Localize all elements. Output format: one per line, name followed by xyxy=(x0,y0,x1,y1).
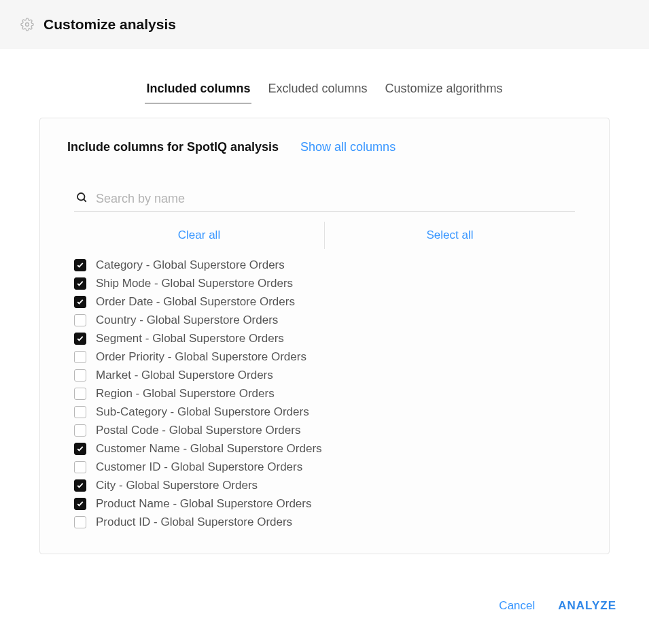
column-item[interactable]: Product ID - Global Superstore Orders xyxy=(74,515,575,529)
checkbox[interactable] xyxy=(74,369,86,382)
checkbox[interactable] xyxy=(74,388,86,400)
page-title: Customize analysis xyxy=(43,16,176,33)
search-icon xyxy=(75,191,88,206)
checkbox[interactable] xyxy=(74,259,86,271)
column-item[interactable]: Ship Mode - Global Superstore Orders xyxy=(74,277,575,290)
column-label: Postal Code - Global Superstore Orders xyxy=(96,424,300,437)
analyze-button[interactable]: ANALYZE xyxy=(558,599,616,613)
column-item[interactable]: Market - Global Superstore Orders xyxy=(74,369,575,382)
column-item[interactable]: Order Priority - Global Superstore Order… xyxy=(74,350,575,364)
column-item[interactable]: City - Global Superstore Orders xyxy=(74,479,575,492)
tab-included-columns[interactable]: Included columns xyxy=(145,78,251,104)
column-label: Ship Mode - Global Superstore Orders xyxy=(96,277,293,290)
column-item[interactable]: Customer ID - Global Superstore Orders xyxy=(74,460,575,474)
checkbox[interactable] xyxy=(74,277,86,290)
column-item[interactable]: Postal Code - Global Superstore Orders xyxy=(74,424,575,437)
columns-panel: Include columns for SpotIQ analysis Show… xyxy=(39,118,610,554)
column-label: Product ID - Global Superstore Orders xyxy=(96,515,292,529)
column-label: Customer Name - Global Superstore Orders xyxy=(96,442,322,456)
panel-title: Include columns for SpotIQ analysis xyxy=(67,140,279,154)
column-label: Sub-Category - Global Superstore Orders xyxy=(96,405,309,419)
column-label: Segment - Global Superstore Orders xyxy=(96,332,284,345)
panel-header: Include columns for SpotIQ analysis Show… xyxy=(67,140,582,154)
column-label: Market - Global Superstore Orders xyxy=(96,369,273,382)
column-label: Region - Global Superstore Orders xyxy=(96,387,275,401)
checkbox[interactable] xyxy=(74,406,86,418)
column-label: Category - Global Superstore Orders xyxy=(96,258,285,272)
gear-icon xyxy=(20,18,34,31)
column-list: Category - Global Superstore OrdersShip … xyxy=(74,258,575,529)
column-item[interactable]: Segment - Global Superstore Orders xyxy=(74,332,575,345)
cancel-button[interactable]: Cancel xyxy=(499,599,535,613)
column-label: Customer ID - Global Superstore Orders xyxy=(96,460,302,474)
bulk-actions: Clear all Select all xyxy=(74,222,575,249)
checkbox[interactable] xyxy=(74,351,86,363)
svg-line-2 xyxy=(84,199,86,202)
tabs: Included columnsExcluded columnsCustomiz… xyxy=(0,78,649,104)
svg-point-1 xyxy=(77,193,85,201)
checkbox[interactable] xyxy=(74,424,86,437)
column-label: City - Global Superstore Orders xyxy=(96,479,258,492)
column-item[interactable]: Product Name - Global Superstore Orders xyxy=(74,497,575,511)
column-item[interactable]: Customer Name - Global Superstore Orders xyxy=(74,442,575,456)
column-label: Order Date - Global Superstore Orders xyxy=(96,295,295,309)
svg-point-0 xyxy=(26,23,29,27)
tab-customize-algorithms[interactable]: Customize algorithms xyxy=(384,78,504,104)
column-label: Country - Global Superstore Orders xyxy=(96,313,278,327)
clear-all-link[interactable]: Clear all xyxy=(178,228,220,241)
tab-excluded-columns[interactable]: Excluded columns xyxy=(266,78,368,104)
page-header: Customize analysis xyxy=(0,0,649,49)
column-item[interactable]: Category - Global Superstore Orders xyxy=(74,258,575,272)
checkbox[interactable] xyxy=(74,461,86,473)
search-input[interactable] xyxy=(96,192,574,206)
column-item[interactable]: Sub-Category - Global Superstore Orders xyxy=(74,405,575,419)
checkbox[interactable] xyxy=(74,498,86,510)
checkbox[interactable] xyxy=(74,516,86,528)
dialog-footer: Cancel ANALYZE xyxy=(0,599,649,613)
checkbox[interactable] xyxy=(74,296,86,308)
column-item[interactable]: Order Date - Global Superstore Orders xyxy=(74,295,575,309)
column-item[interactable]: Region - Global Superstore Orders xyxy=(74,387,575,401)
checkbox[interactable] xyxy=(74,479,86,492)
checkbox[interactable] xyxy=(74,314,86,326)
column-label: Product Name - Global Superstore Orders xyxy=(96,497,311,511)
search-bar xyxy=(74,187,575,212)
select-all-link[interactable]: Select all xyxy=(427,228,474,241)
column-item[interactable]: Country - Global Superstore Orders xyxy=(74,313,575,327)
checkbox[interactable] xyxy=(74,333,86,345)
column-label: Order Priority - Global Superstore Order… xyxy=(96,350,306,364)
show-all-columns-link[interactable]: Show all columns xyxy=(300,140,396,154)
checkbox[interactable] xyxy=(74,443,86,455)
